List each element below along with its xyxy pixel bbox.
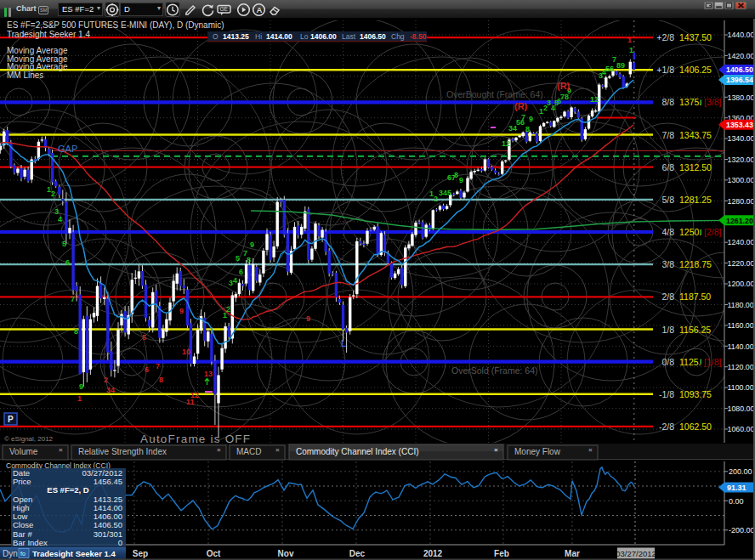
svg-text:0/8: 0/8 bbox=[661, 357, 674, 367]
svg-text:Mar: Mar bbox=[565, 549, 580, 558]
svg-text:7/8: 7/8 bbox=[661, 130, 674, 140]
svg-text:91.31: 91.31 bbox=[727, 484, 746, 492]
svg-text:Chg: Chg bbox=[391, 32, 405, 41]
svg-text:9: 9 bbox=[179, 307, 184, 315]
svg-text:1353.43: 1353.43 bbox=[726, 121, 753, 129]
svg-text:Nov: Nov bbox=[278, 549, 294, 558]
svg-text:8: 8 bbox=[74, 327, 78, 336]
svg-text:Oct: Oct bbox=[207, 549, 221, 558]
svg-text:1180.00: 1180.00 bbox=[728, 301, 754, 309]
svg-text:-1/8: -1/8 bbox=[659, 389, 674, 399]
svg-text:1093.75: 1093.75 bbox=[679, 389, 712, 399]
svg-text:1396.54: 1396.54 bbox=[726, 76, 753, 84]
svg-text:9: 9 bbox=[250, 240, 254, 249]
svg-text:1312.50: 1312.50 bbox=[679, 162, 712, 173]
svg-text:1440.00: 1440.00 bbox=[728, 31, 755, 39]
svg-text:1413.25: 1413.25 bbox=[223, 32, 249, 41]
svg-text:1156.25: 1156.25 bbox=[679, 325, 711, 335]
svg-text:5: 5 bbox=[142, 333, 146, 342]
svg-text:8/8: 8/8 bbox=[661, 97, 674, 107]
svg-text:Commodity Channel Index (CCI): Commodity Channel Index (CCI) bbox=[296, 447, 419, 456]
svg-text:4/8: 4/8 bbox=[661, 227, 674, 237]
svg-text:1100.00: 1100.00 bbox=[728, 383, 754, 392]
svg-text:Price: Price bbox=[13, 477, 31, 486]
svg-text:[1/8]: [1/8] bbox=[704, 357, 722, 367]
svg-text:1414.00: 1414.00 bbox=[266, 32, 292, 41]
svg-text:ES #F=2, D: ES #F=2, D bbox=[47, 485, 89, 495]
svg-text:6: 6 bbox=[239, 268, 243, 276]
svg-text:1281.25: 1281.25 bbox=[679, 195, 712, 205]
svg-text:8: 8 bbox=[525, 125, 530, 133]
svg-text:1375.: 1375. bbox=[679, 97, 701, 107]
svg-text:8: 8 bbox=[247, 256, 251, 264]
svg-text:1406.00: 1406.00 bbox=[310, 32, 337, 41]
svg-text:8: 8 bbox=[454, 171, 458, 179]
svg-text:OverSold (Frame: 64): OverSold (Frame: 64) bbox=[451, 365, 538, 376]
svg-text:9: 9 bbox=[79, 382, 83, 391]
svg-text:10: 10 bbox=[182, 348, 190, 356]
svg-text:6/8: 6/8 bbox=[661, 162, 674, 173]
svg-text:1218.75: 1218.75 bbox=[679, 259, 712, 269]
svg-text:1120.00: 1120.00 bbox=[728, 363, 754, 371]
svg-text:GAP: GAP bbox=[58, 144, 77, 154]
svg-text:12: 12 bbox=[190, 391, 199, 399]
svg-text:2012: 2012 bbox=[423, 549, 443, 558]
svg-text:×: × bbox=[494, 446, 498, 454]
svg-text:Tradesight Seeker 1.4: Tradesight Seeker 1.4 bbox=[7, 30, 90, 39]
svg-text:1343.75: 1343.75 bbox=[679, 130, 712, 140]
svg-text:1406.50: 1406.50 bbox=[360, 32, 386, 41]
svg-text:fo: fo bbox=[20, 551, 26, 557]
svg-text:1080.00: 1080.00 bbox=[728, 404, 755, 413]
svg-text:1280.00: 1280.00 bbox=[728, 197, 755, 206]
svg-text:ES #F=2,S&P 500 FUTURES E-MINI: ES #F=2,S&P 500 FUTURES E-MINI (DAY), D … bbox=[7, 20, 224, 30]
svg-text:×: × bbox=[275, 446, 280, 454]
svg-text:4: 4 bbox=[233, 276, 237, 285]
svg-text:3/8: 3/8 bbox=[661, 259, 674, 269]
svg-text:Money Flow: Money Flow bbox=[514, 447, 561, 456]
svg-text:MM Lines: MM Lines bbox=[7, 71, 43, 80]
svg-text:2: 2 bbox=[226, 305, 230, 314]
svg-text:+2/8: +2/8 bbox=[656, 32, 674, 42]
svg-text:1220.00: 1220.00 bbox=[728, 259, 755, 268]
svg-text:-2/8: -2/8 bbox=[659, 421, 674, 432]
svg-text:O: O bbox=[213, 32, 219, 41]
svg-text:0.00: 0.00 bbox=[729, 497, 744, 506]
svg-text:Dec: Dec bbox=[349, 549, 366, 558]
svg-text:A: A bbox=[256, 5, 262, 14]
svg-text:2: 2 bbox=[434, 195, 438, 203]
svg-text:1456.45: 1456.45 bbox=[94, 477, 122, 486]
svg-text:Lo: Lo bbox=[300, 32, 309, 41]
svg-text:03/27/2012: 03/27/2012 bbox=[82, 468, 122, 478]
svg-text:1240.00: 1240.00 bbox=[728, 238, 755, 246]
svg-text:Last: Last bbox=[342, 32, 356, 41]
svg-text:Bar Index: Bar Index bbox=[13, 538, 48, 547]
svg-text:6: 6 bbox=[65, 258, 70, 267]
svg-text:0: 0 bbox=[118, 538, 122, 547]
svg-text:1: 1 bbox=[627, 36, 632, 44]
svg-text:1/8: 1/8 bbox=[661, 325, 674, 335]
svg-text:1420.00: 1420.00 bbox=[728, 52, 755, 60]
svg-text:7: 7 bbox=[156, 362, 160, 371]
svg-text:5: 5 bbox=[236, 254, 240, 263]
svg-text:(R): (R) bbox=[557, 81, 571, 91]
svg-text:P: P bbox=[8, 415, 14, 424]
svg-text:12: 12 bbox=[590, 95, 599, 104]
svg-text:×: × bbox=[217, 446, 221, 454]
svg-text:Tradesight Seeker 1.4: Tradesight Seeker 1.4 bbox=[32, 549, 116, 558]
svg-text:Hi: Hi bbox=[255, 32, 262, 41]
svg-text:-8.50: -8.50 bbox=[410, 32, 427, 41]
svg-text:1406.50: 1406.50 bbox=[726, 65, 753, 74]
svg-text:1200.00: 1200.00 bbox=[728, 280, 755, 288]
svg-text:89: 89 bbox=[616, 61, 625, 70]
svg-text:7: 7 bbox=[521, 113, 525, 122]
svg-text:2/8: 2/8 bbox=[661, 291, 674, 302]
svg-text:12: 12 bbox=[502, 139, 510, 148]
svg-text:Relative Strength Index: Relative Strength Index bbox=[78, 447, 167, 456]
svg-text:Sep: Sep bbox=[133, 549, 148, 558]
svg-text:1060.00: 1060.00 bbox=[728, 425, 755, 433]
svg-text:Feb: Feb bbox=[494, 549, 509, 558]
svg-text:1380.00: 1380.00 bbox=[728, 93, 755, 102]
svg-text:[3/8]: [3/8] bbox=[704, 97, 722, 107]
svg-text:2: 2 bbox=[51, 189, 55, 198]
svg-text:1406.25: 1406.25 bbox=[679, 65, 712, 75]
